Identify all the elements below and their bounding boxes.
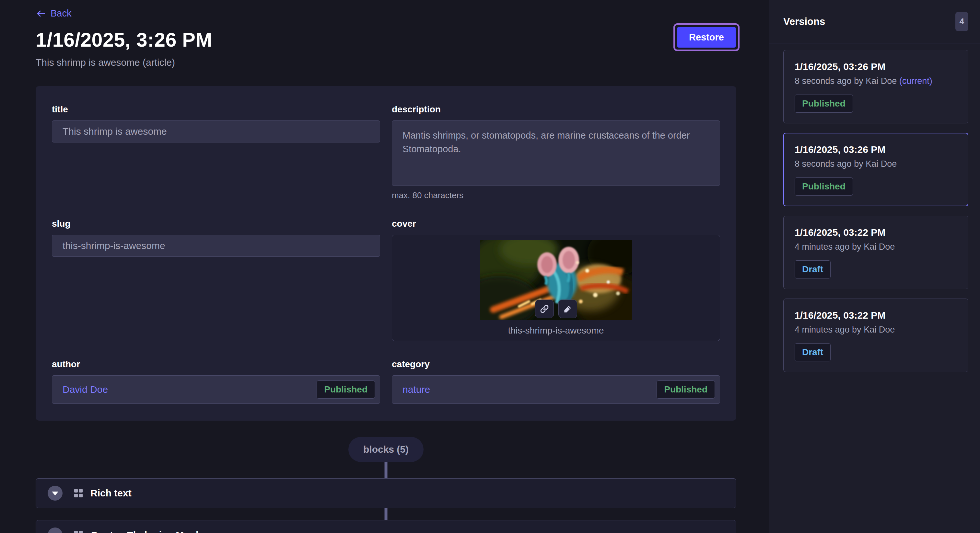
back-link[interactable]: Back (36, 8, 71, 19)
blocks-count-pill: blocks (5) (348, 437, 423, 462)
block-row-label: Rich text (91, 488, 132, 499)
category-field: category nature Published (392, 359, 720, 404)
version-status-badge: Draft (795, 260, 830, 279)
version-card-current[interactable]: 1/16/2025, 03:26 PM 8 seconds ago by Kai… (783, 50, 968, 124)
version-meta: 4 minutes ago by Kai Doe (795, 325, 957, 335)
slug-label: slug (52, 219, 380, 229)
blocks-connector-line (36, 508, 736, 520)
version-meta-text: 4 minutes ago by Kai Doe (795, 325, 895, 335)
cover-image (480, 240, 632, 320)
version-timestamp: 1/16/2025, 03:22 PM (795, 310, 957, 321)
author-relation-link[interactable]: David Doe (62, 384, 108, 395)
drag-handle-icon[interactable] (74, 489, 83, 497)
category-label: category (392, 359, 720, 370)
versions-sidebar: Versions 4 1/16/2025, 03:26 PM 8 seconds… (769, 0, 980, 533)
cover-media-box: this-shrimp-is-awesome (392, 235, 720, 341)
versions-sidebar-header: Versions 4 (769, 0, 980, 43)
blocks-section-header: blocks (5) (36, 437, 736, 478)
chevron-down-icon (52, 492, 58, 495)
slug-field: slug this-shrimp-is-awesome (52, 219, 380, 257)
main-content: Back Restore 1/16/2025, 3:26 PM This shr… (0, 0, 769, 533)
edit-image-button[interactable] (558, 300, 577, 318)
cover-label: cover (392, 219, 720, 229)
cover-caption: this-shrimp-is-awesome (508, 325, 604, 336)
page-subtitle: This shrimp is awesome (article) (36, 57, 736, 68)
page-title: 1/16/2025, 3:26 PM (36, 29, 736, 51)
version-status-badge: Published (795, 95, 853, 113)
version-timestamp: 1/16/2025, 03:22 PM (795, 227, 957, 238)
pencil-icon (563, 304, 573, 314)
link-icon (539, 304, 549, 314)
title-input: This shrimp is awesome (52, 121, 380, 143)
cover-image-actions (535, 300, 577, 318)
version-card[interactable]: 1/16/2025, 03:22 PM 4 minutes ago by Kai… (783, 216, 968, 289)
version-status-badge: Draft (795, 343, 830, 362)
version-meta-text: 4 minutes ago by Kai Doe (795, 242, 895, 252)
blocks-connector-line (385, 462, 388, 478)
category-status-badge: Published (657, 381, 715, 399)
version-status-badge: Published (795, 178, 853, 195)
version-meta: 8 seconds ago by Kai Doe (current) (795, 76, 957, 86)
version-timestamp: 1/16/2025, 03:26 PM (795, 144, 957, 155)
versions-heading: Versions (783, 16, 825, 27)
collapse-toggle-button[interactable] (48, 528, 62, 533)
version-current-tag: (current) (899, 76, 932, 86)
copy-link-button[interactable] (535, 300, 554, 318)
block-row-rich-text[interactable]: Rich text (36, 478, 736, 508)
block-row-label: Quote - Thelonius Monk (91, 530, 201, 533)
author-relation-box: David Doe Published (52, 375, 380, 404)
description-label: description (392, 104, 720, 115)
version-meta-text: 8 seconds ago by Kai Doe (795, 76, 897, 86)
version-meta-text: 8 seconds ago by Kai Doe (795, 159, 897, 169)
drag-handle-icon[interactable] (74, 531, 83, 533)
version-card[interactable]: 1/16/2025, 03:22 PM 4 minutes ago by Kai… (783, 298, 968, 372)
slug-input: this-shrimp-is-awesome (52, 235, 380, 257)
version-card-selected[interactable]: 1/16/2025, 03:26 PM 8 seconds ago by Kai… (783, 133, 968, 206)
author-field: author David Doe Published (52, 359, 380, 404)
category-relation-link[interactable]: nature (402, 384, 430, 395)
version-meta: 8 seconds ago by Kai Doe (795, 159, 957, 169)
title-label: title (52, 104, 380, 115)
cover-field: cover (392, 219, 720, 341)
collapse-toggle-button[interactable] (48, 486, 62, 501)
block-row-quote[interactable]: Quote - Thelonius Monk (36, 520, 736, 533)
restore-button-focus-ring: Restore (673, 23, 740, 51)
version-meta: 4 minutes ago by Kai Doe (795, 242, 957, 252)
back-arrow-icon (36, 8, 46, 19)
description-textarea: Mantis shrimps, or stomatopods, are mari… (392, 121, 720, 186)
back-label: Back (51, 8, 71, 19)
restore-button[interactable]: Restore (677, 27, 736, 48)
author-label: author (52, 359, 380, 370)
version-timestamp: 1/16/2025, 03:26 PM (795, 61, 957, 72)
version-form-card: title This shrimp is awesome description… (36, 86, 736, 420)
category-relation-box: nature Published (392, 375, 720, 404)
connector-stub (385, 508, 388, 520)
title-field: title This shrimp is awesome (52, 104, 380, 143)
description-hint: max. 80 characters (392, 190, 720, 200)
versions-count-badge: 4 (955, 12, 968, 31)
author-status-badge: Published (317, 381, 375, 399)
version-list: 1/16/2025, 03:26 PM 8 seconds ago by Kai… (769, 43, 980, 384)
description-field: description Mantis shrimps, or stomatopo… (392, 104, 720, 200)
